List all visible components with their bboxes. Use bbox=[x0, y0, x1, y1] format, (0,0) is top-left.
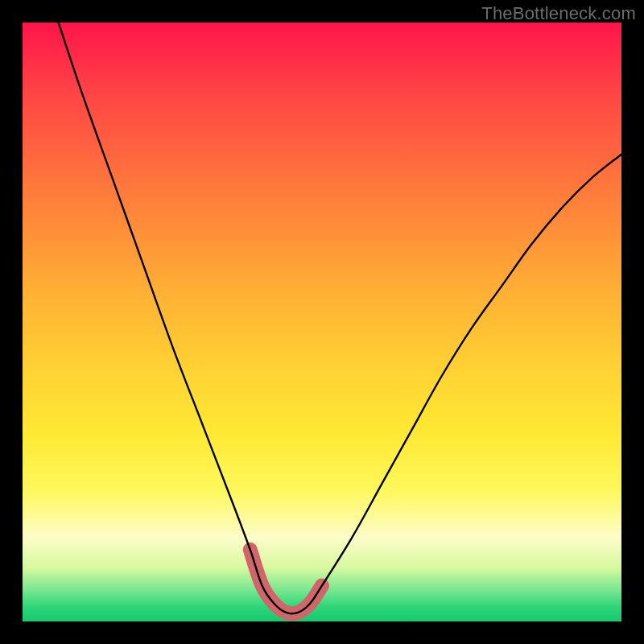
chart-gradient-area bbox=[23, 23, 621, 621]
chart-svg bbox=[23, 23, 621, 621]
bottleneck-curve-path bbox=[59, 23, 621, 613]
watermark-label: TheBottleneck.com bbox=[481, 3, 636, 24]
